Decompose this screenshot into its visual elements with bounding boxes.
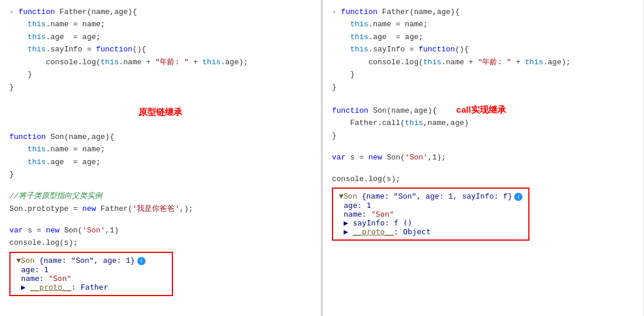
code-line: › function Father(name,age){: [9, 6, 311, 18]
output-header: ▼Son {name: "Son", age: 1, sayInfo: f}i: [339, 192, 522, 201]
code-line: var s = new Son('Son',1): [9, 224, 311, 237]
output-line: age: 1: [16, 265, 166, 274]
left-panel: › function Father(name,age){ this.name =…: [0, 0, 321, 316]
output-line: ▶ __proto__: Father: [16, 283, 166, 291]
code-line: var s = new Son('Son',1);: [332, 151, 634, 164]
code-line: › function Father(name,age){: [332, 6, 634, 18]
code-line: function Son(name,age){ call实现继承: [332, 103, 634, 117]
code-line: console.log(this.name + "年龄: " + this.ag…: [9, 56, 311, 68]
info-icon: i: [137, 257, 146, 265]
code-line: this.sayInfo = function(){: [332, 43, 634, 55]
code-line: console.log(s);: [332, 173, 634, 185]
output-box: ▼Son {name: "Son", age: 1}i age: 1 name:…: [9, 252, 173, 296]
code-line: this.age = age;: [332, 31, 634, 43]
output-line: ▶ sayInfo: f (): [339, 218, 522, 227]
code-line: Father.call(this,name,age): [332, 117, 634, 129]
code-line: [332, 164, 634, 173]
code-line: this.name = name;: [9, 18, 311, 30]
code-line: [332, 93, 634, 103]
output-line: age: 1: [339, 201, 522, 210]
code-line: this.sayInfo = function(){: [9, 43, 311, 55]
code-line: [332, 142, 634, 151]
right-panel: › function Father(name,age){ this.name =…: [323, 0, 644, 316]
output-line: ▶ __proto__: Object: [339, 227, 522, 236]
output-box: ▼Son {name: "Son", age: 1, sayInfo: f}i …: [332, 187, 529, 241]
code-line: }: [332, 81, 634, 93]
code-line: }: [9, 81, 311, 93]
code-line: [9, 93, 311, 103]
code-line: this.name = name;: [332, 18, 634, 30]
code-line: function Son(name,age){: [9, 131, 311, 143]
output-line: name: "Son": [16, 274, 166, 283]
code-line: }: [332, 68, 634, 81]
output-header: ▼Son {name: "Son", age: 1}i: [16, 256, 166, 265]
code-line: [9, 121, 311, 131]
code-line: }: [9, 68, 311, 81]
code-line: [9, 181, 311, 190]
code-line: [9, 215, 311, 224]
code-line: console.log(this.name + "年龄: " + this.ag…: [332, 56, 634, 68]
code-line: }: [9, 168, 311, 180]
code-line: Son.prototype = new Father('我是你爸爸',);: [9, 203, 311, 215]
code-line: }: [332, 130, 634, 142]
code-line: this.age = age;: [9, 156, 311, 168]
code-line: //将子类原型指向父类实例: [9, 190, 311, 202]
code-line: 原型链继承: [9, 105, 311, 120]
code-line: console.log(s);: [9, 237, 311, 249]
info-icon: i: [514, 193, 522, 201]
code-line: this.name = name;: [9, 143, 311, 155]
section-title: 原型链继承: [9, 105, 311, 120]
output-line: name: "Son": [339, 210, 522, 218]
code-line: this.age = age;: [9, 31, 311, 43]
